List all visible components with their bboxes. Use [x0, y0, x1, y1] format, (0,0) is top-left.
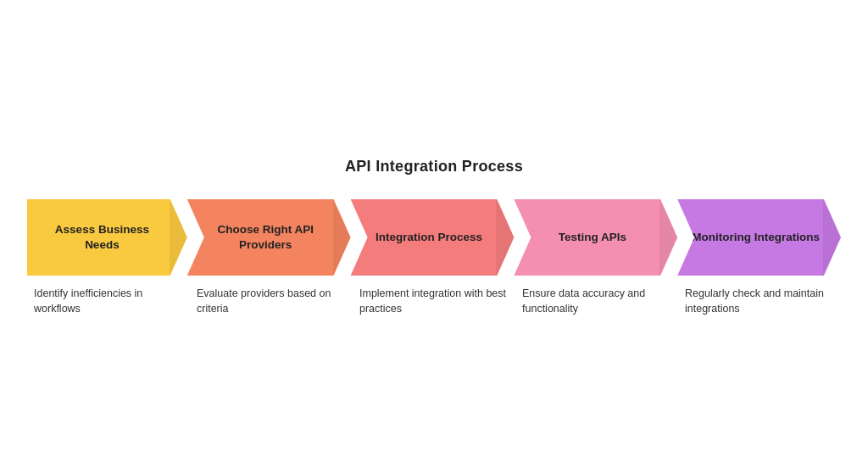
- arrow-label-1: Assess Business Needs: [37, 222, 167, 252]
- arrow-label-4: Testing APIs: [559, 230, 626, 245]
- sublabel-1: Identify inefficiencies in workflows: [27, 286, 190, 316]
- arrow-label-5: Monitoring Integrations: [692, 230, 820, 245]
- sublabel-3: Implement integration with best practice…: [353, 286, 515, 316]
- labels-row: Identify inefficiencies in workflowsEval…: [27, 286, 841, 316]
- arrow-4: Testing APIs: [514, 199, 677, 276]
- arrow-1: Assess Business Needs: [27, 199, 187, 276]
- arrow-2: Choose Right API Providers: [187, 199, 351, 276]
- sublabel-5: Regularly check and maintain integration…: [678, 286, 841, 316]
- sublabel-4: Ensure data accuracy and functionality: [515, 286, 678, 316]
- diagram-container: API Integration Process Assess Business …: [27, 158, 841, 316]
- diagram-title: API Integration Process: [345, 158, 523, 176]
- sublabel-2: Evaluate providers based on criteria: [190, 286, 353, 316]
- arrow-label-3: Integration Process: [376, 230, 482, 245]
- arrows-row: Assess Business NeedsChoose Right API Pr…: [27, 199, 841, 276]
- arrow-label-2: Choose Right API Providers: [201, 222, 331, 252]
- arrow-3: Integration Process: [351, 199, 515, 276]
- arrow-5: Monitoring Integrations: [677, 199, 841, 276]
- process-wrapper: Assess Business NeedsChoose Right API Pr…: [27, 199, 841, 316]
